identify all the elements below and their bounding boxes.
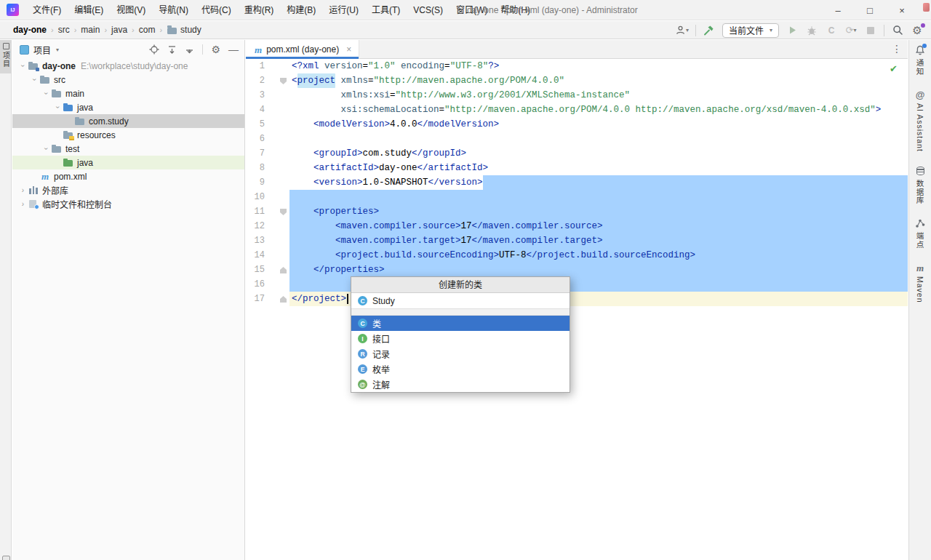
chevron-down-icon[interactable]: ▾ <box>56 47 59 53</box>
search-everywhere-icon[interactable] <box>891 24 904 37</box>
fold-start-icon[interactable] <box>280 78 287 84</box>
project-stripe-tab[interactable]: 项目 <box>0 40 12 73</box>
tree-item-com.study[interactable]: com.study <box>12 114 244 128</box>
code-line-3[interactable]: 3 xmlns:xsi="http://www.w3.org/2001/XMLS… <box>246 88 908 103</box>
tree-chevron-icon[interactable]: › <box>31 75 39 84</box>
popup-item-枚举[interactable]: E枚举 <box>351 361 570 377</box>
inspection-ok-icon[interactable]: ✔ <box>890 63 898 74</box>
menu-重构R[interactable]: 重构(R) <box>238 0 281 20</box>
breadcrumb-separator: › <box>101 25 110 34</box>
code-line-13[interactable]: 13 <maven.compiler.target>17</maven.comp… <box>246 233 908 248</box>
stripe-tab-AI Assistant[interactable]: @AI Assistant <box>914 89 926 152</box>
breadcrumb-item-study[interactable]: study <box>165 25 203 35</box>
collapse-all-icon[interactable] <box>185 45 194 55</box>
menu-编辑E[interactable]: 编辑(E) <box>68 0 110 20</box>
code-line-9[interactable]: 9 <version>1.0-SNAPSHOT</version> <box>246 175 908 190</box>
app-logo-icon: IJ <box>7 4 19 16</box>
code-line-1[interactable]: 1<?xml version="1.0" encoding="UTF-8"?> <box>246 59 908 73</box>
code-line-5[interactable]: 5 <modelVersion>4.0.0</modelVersion> <box>246 117 908 132</box>
code-editor[interactable]: 1<?xml version="1.0" encoding="UTF-8"?>2… <box>246 59 908 560</box>
toolbar-divider <box>695 25 696 36</box>
tree-item-java[interactable]: java <box>12 156 244 169</box>
tree-item-外部库[interactable]: ›外部库 <box>12 183 244 197</box>
code-line-14[interactable]: 14 <project.build.sourceEncoding>UTF-8</… <box>246 248 908 263</box>
popup-item-接口[interactable]: I接口 <box>351 331 570 346</box>
tree-item-src[interactable]: ›src <box>12 73 244 87</box>
breadcrumb-item-src[interactable]: src <box>57 25 71 35</box>
line-number: 16 <box>246 277 265 292</box>
tree-chevron-icon[interactable]: › <box>18 200 28 208</box>
settings-gear-icon[interactable]: ⚙ <box>911 24 924 37</box>
stripe-tab-端点[interactable]: 端点 <box>914 217 926 249</box>
menu-VCSS[interactable]: VCS(S) <box>407 0 449 20</box>
stripe-tab-通知[interactable]: 通知 <box>914 44 926 76</box>
code-line-11[interactable]: 11 <properties> <box>246 204 908 219</box>
tree-item-临时文件和控制台[interactable]: ›临时文件和控制台 <box>12 197 244 211</box>
breadcrumb-item-main[interactable]: main <box>79 25 101 35</box>
hide-panel-icon[interactable]: — <box>228 44 239 55</box>
tree-chevron-icon[interactable]: › <box>18 186 28 194</box>
close-tab-icon[interactable]: × <box>346 44 351 55</box>
editor-options-kebab-icon[interactable]: ⋮ <box>892 43 902 55</box>
code-line-4[interactable]: 4 xsi:schemaLocation="http://maven.apach… <box>246 103 908 117</box>
popup-item-类[interactable]: C类 <box>351 316 570 331</box>
terminal-stripe-icon[interactable] <box>2 556 10 560</box>
popup-item-记录[interactable]: R记录 <box>351 346 570 361</box>
debug-button[interactable] <box>805 24 818 37</box>
fold-start-icon[interactable] <box>280 209 287 215</box>
tree-item-resources[interactable]: resources <box>12 128 244 142</box>
code-line-6[interactable]: 6 <box>246 132 908 146</box>
tree-chevron-icon[interactable]: › <box>54 103 62 112</box>
breadcrumb-item-java[interactable]: java <box>110 25 129 35</box>
code-line-8[interactable]: 8 <artifactId>day-one</artifactId> <box>246 161 908 175</box>
code-line-17[interactable]: 17</project> <box>246 292 908 306</box>
run-button[interactable] <box>786 24 799 37</box>
menu-运行U[interactable]: 运行(U) <box>322 0 365 20</box>
tree-chevron-icon[interactable]: › <box>42 144 50 153</box>
expand-all-icon[interactable] <box>167 45 177 55</box>
tree-chevron-icon[interactable]: › <box>19 61 27 71</box>
popup-item-注解[interactable]: @注解 <box>351 377 570 392</box>
popup-item-Study[interactable]: CStudy <box>351 293 570 308</box>
fold-end-icon[interactable] <box>280 296 287 303</box>
menu-代码C[interactable]: 代码(C) <box>195 0 238 20</box>
code-line-7[interactable]: 7 <groupId>com.study</groupId> <box>246 146 908 161</box>
tree-item-day-one[interactable]: ›day-oneE:\workplace\study\day-one <box>12 59 244 73</box>
run-with-coverage-button[interactable]: C <box>825 24 838 37</box>
menu-工具T[interactable]: 工具(T) <box>365 0 407 20</box>
tree-item-java[interactable]: ›java <box>12 100 244 114</box>
stripe-tab-数据库[interactable]: 数据库 <box>914 165 926 205</box>
menu-视图V[interactable]: 视图(V) <box>110 0 152 20</box>
code-line-15[interactable]: 15 </properties> <box>246 263 908 277</box>
fold-end-icon[interactable] <box>280 267 287 273</box>
project-view-icon <box>20 45 29 55</box>
tree-item-main[interactable]: ›main <box>12 87 244 100</box>
locate-file-icon[interactable] <box>149 44 159 55</box>
menu-导航N[interactable]: 导航(N) <box>152 0 195 20</box>
code-line-10[interactable]: 10 <box>246 190 908 204</box>
code-line-16[interactable]: 16 <box>246 277 908 292</box>
tab-pom-xml[interactable]: m pom.xml (day-one) × <box>246 40 359 59</box>
create-class-popup: 创建新的类 CStudyC类I接口R记录E枚举@注解 <box>351 276 570 393</box>
tree-chevron-icon[interactable]: › <box>42 89 50 98</box>
close-button[interactable]: × <box>886 0 918 20</box>
stop-button[interactable] <box>864 24 877 37</box>
breadcrumb-item-day-one[interactable]: day-one <box>12 25 48 35</box>
code-line-12[interactable]: 12 <maven.compiler.source>17</maven.comp… <box>246 219 908 233</box>
stripe-tab-Maven[interactable]: mMaven <box>914 262 926 303</box>
code-text: <project.build.sourceEncoding>UTF-8</pro… <box>289 248 908 263</box>
maximize-button[interactable]: □ <box>854 0 886 20</box>
minimize-button[interactable]: – <box>822 0 854 20</box>
menu-构建B[interactable]: 构建(B) <box>280 0 322 20</box>
build-hammer-icon[interactable] <box>703 24 716 37</box>
tree-item-test[interactable]: ›test <box>12 142 244 156</box>
run-configuration-select[interactable]: 当前文件 ▾ <box>722 23 779 38</box>
user-account-icon[interactable]: ▾ <box>676 24 689 37</box>
tree-item-pom.xml[interactable]: mpom.xml <box>12 169 244 183</box>
line-number: 6 <box>246 132 265 146</box>
breadcrumb-item-com[interactable]: com <box>137 25 157 35</box>
panel-settings-gear-icon[interactable]: ⚙ <box>211 44 220 55</box>
menu-文件F[interactable]: 文件(F) <box>26 0 68 20</box>
code-line-2[interactable]: 2<project xmlns="http://maven.apache.org… <box>246 73 908 88</box>
rerun-button[interactable]: ⟳▾ <box>844 24 858 37</box>
